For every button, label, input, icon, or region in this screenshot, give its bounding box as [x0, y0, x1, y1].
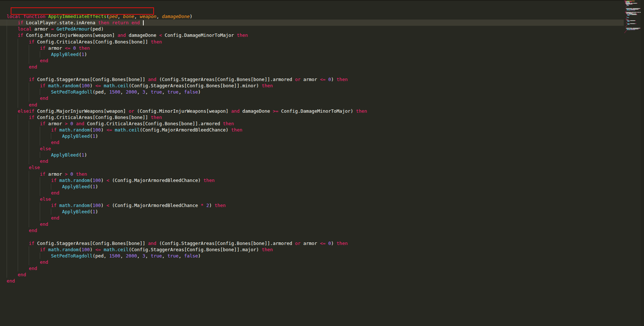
- code-line[interactable]: end: [0, 190, 624, 196]
- code-token: ): [331, 77, 337, 82]
- code-line[interactable]: if LocalPlayer.state.inArena then return…: [0, 20, 624, 26]
- code-line[interactable]: end: [0, 158, 624, 164]
- code-line[interactable]: if Config.CriticalAreas[Config.Bones[bon…: [0, 114, 624, 120]
- code-token: 1: [92, 133, 95, 139]
- code-line[interactable]: if armor > 0 and Config.CriticalAreas[Co…: [0, 120, 624, 127]
- code-line[interactable]: if Config.MinorInjurWeapons[weapon] and …: [0, 32, 624, 38]
- code-line[interactable]: ApplyBleed(1): [0, 133, 624, 139]
- indent-guide: [7, 70, 18, 76]
- code-token: <=: [320, 77, 328, 82]
- indent-guide: [29, 177, 40, 183]
- code-line[interactable]: if math.random(100) <= math.ceil(Config.…: [0, 246, 624, 253]
- code-token: math.random: [59, 203, 90, 208]
- indent-guide: [7, 57, 18, 64]
- code-token: 100: [92, 127, 101, 133]
- code-line[interactable]: if Config.CriticalAreas[Config.Bones[bon…: [0, 39, 624, 45]
- code-line[interactable]: if armor > 0 then: [0, 171, 624, 177]
- code-token: or: [295, 77, 304, 82]
- code-token: 0: [328, 77, 331, 82]
- code-line[interactable]: SetPedToRagdoll(ped, 1500, 2000, 3, true…: [0, 253, 624, 259]
- code-token: then: [337, 241, 348, 246]
- code-token: damageDone: [162, 14, 190, 19]
- code-token: else: [29, 165, 40, 170]
- indent-guide: [29, 152, 40, 158]
- indent-guide: [18, 164, 29, 171]
- code-line[interactable]: end: [0, 278, 624, 284]
- indent-guide: [18, 64, 29, 70]
- indent-guide: [29, 45, 40, 51]
- code-token: then: [203, 178, 214, 183]
- code-line[interactable]: if math.random(100) < (Config.MajorArmor…: [0, 202, 624, 208]
- code-line[interactable]: end: [0, 265, 624, 271]
- code-line[interactable]: elseif Config.MajorInjurWeapons[weapon] …: [0, 108, 624, 114]
- code-line[interactable]: if math.random(100) < (Config.MajorArmor…: [0, 177, 624, 183]
- code-token: <=: [106, 127, 115, 133]
- code-token: math.ceil: [104, 247, 129, 252]
- code-token: math.random: [59, 127, 90, 133]
- indent-guide: [18, 171, 29, 177]
- indent-guide: [29, 171, 40, 177]
- indent-guide: [7, 234, 18, 240]
- code-line[interactable]: if Config.StaggerAreas[Config.Bones[bone…: [0, 76, 624, 83]
- code-token: <=: [65, 45, 73, 51]
- code-line[interactable]: else: [0, 146, 624, 152]
- code-token: <=: [95, 83, 104, 88]
- indent-guide: [7, 108, 18, 114]
- code-line[interactable]: local armor = GetPedArmour(ped): [0, 26, 624, 32]
- indent-guide: [18, 215, 29, 221]
- code-line[interactable]: ApplyBleed(1): [0, 183, 624, 190]
- indent-guide: [29, 215, 40, 221]
- code-line[interactable]: [0, 234, 624, 240]
- code-line[interactable]: end: [0, 64, 624, 70]
- scrollbar-track[interactable]: [641, 0, 644, 326]
- indent-guide: [40, 253, 51, 259]
- code-token: then: [356, 108, 367, 114]
- indent-guide: [40, 190, 51, 196]
- indent-guide: [7, 89, 18, 95]
- code-token: Config.StaggerAreas[Config.Bones[bone]]: [37, 241, 148, 246]
- code-line[interactable]: else: [0, 164, 624, 171]
- code-token: >=: [273, 108, 281, 114]
- code-token: math.random: [59, 178, 90, 183]
- code-line[interactable]: end: [0, 271, 624, 278]
- code-line[interactable]: SetPedToRagdoll(ped, 1500, 2000, 3, true…: [0, 89, 624, 95]
- code-token: if: [51, 203, 59, 208]
- code-line[interactable]: end: [0, 95, 624, 101]
- indent-guide: [40, 202, 51, 208]
- code-line[interactable]: end: [0, 139, 624, 146]
- code-token: 100: [81, 247, 90, 252]
- code-token: or: [295, 241, 304, 246]
- code-token: 2000: [126, 253, 137, 259]
- code-line[interactable]: else: [0, 196, 624, 202]
- code-line[interactable]: ApplyBleed(1): [0, 208, 624, 215]
- code-line[interactable]: if math.random(100) <= math.ceil(Config.…: [0, 127, 624, 133]
- code-token: armor: [48, 171, 65, 177]
- code-line[interactable]: if math.random(100) <= math.ceil(Config.…: [0, 83, 624, 89]
- code-token: ): [101, 178, 106, 183]
- code-line[interactable]: [0, 70, 624, 76]
- indent-guide: [29, 208, 40, 215]
- code-token: else: [40, 146, 51, 151]
- code-token: ): [101, 127, 106, 133]
- code-line[interactable]: if Config.StaggerAreas[Config.Bones[bone…: [0, 240, 624, 246]
- code-token: end: [40, 95, 48, 101]
- code-line[interactable]: local function ApplyImmediateEffects(ped…: [0, 13, 624, 20]
- code-line[interactable]: ApplyBleed(1): [0, 51, 624, 57]
- code-line[interactable]: end: [0, 215, 624, 221]
- code-line[interactable]: if armor <= 0 then: [0, 45, 624, 51]
- code-token: end: [40, 158, 48, 164]
- code-token: 1: [81, 52, 84, 57]
- code-token: and: [148, 77, 159, 82]
- indent-guide: [18, 120, 29, 127]
- code-line[interactable]: end: [0, 259, 624, 265]
- code-token: ApplyBleed: [62, 133, 90, 139]
- code-token: (Config.StaggerAreas[Config.Bones[bone]]…: [159, 241, 295, 246]
- code-line[interactable]: end: [0, 102, 624, 108]
- code-editor[interactable]: local function ApplyImmediateEffects(ped…: [0, 0, 624, 326]
- code-token: and: [231, 108, 242, 114]
- code-line[interactable]: end: [0, 227, 624, 234]
- code-line[interactable]: end: [0, 221, 624, 227]
- code-line[interactable]: end: [0, 57, 624, 64]
- code-line[interactable]: ApplyBleed(1): [0, 152, 624, 158]
- code-token: *: [201, 203, 206, 208]
